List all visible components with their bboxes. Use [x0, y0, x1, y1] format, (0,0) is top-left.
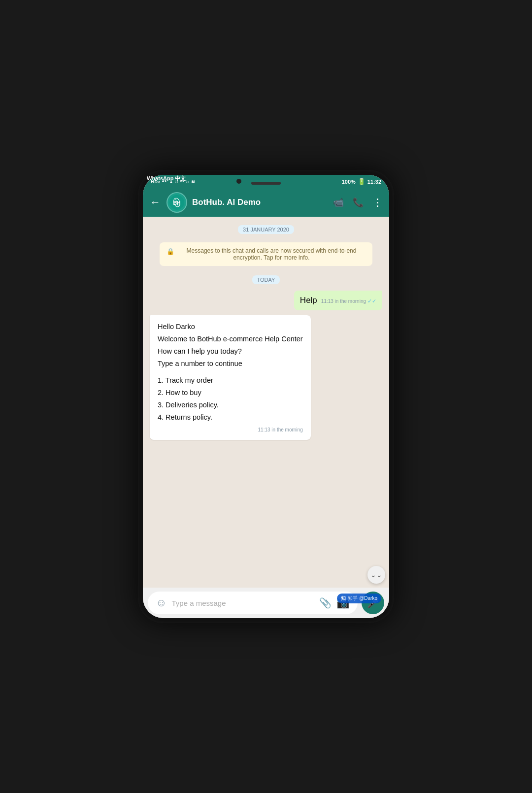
message-input-box[interactable]: ☺ Type a message 📎 📷 [148, 592, 358, 614]
scroll-down-button[interactable]: ⌄⌄ [367, 566, 385, 584]
zhihu-icon: 知 [341, 595, 346, 602]
bot-bubble: Hello Darko Welcome to BotHub e-commerce… [150, 315, 311, 440]
clock: 11:32 [367, 179, 381, 185]
security-text: Messages to this chat and calls are now … [177, 247, 366, 261]
chat-area: 31 JANUARY 2020 🔒 Messages to this chat … [143, 217, 389, 588]
message-row-bot: Hello Darko Welcome to BotHub e-commerce… [150, 315, 382, 440]
help-time: 11:13 in the morning [321, 298, 366, 305]
zhihu-watermark: 知 知乎 @Darko [337, 594, 381, 603]
message-row-help: Help 11:13 in the morning ✓✓ [150, 291, 382, 310]
phone-label: WhatsApp 中文 [147, 175, 186, 182]
emoji-button[interactable]: ☺ [156, 596, 166, 609]
phone-screen: HD₀ ⁴⁶ ▲ ᵢₗ ²⁶ ᵢₗ ≋ 100% 🔋 11:32 ← BH [143, 175, 389, 618]
security-notice[interactable]: 🔒 Messages to this chat and calls are no… [160, 242, 372, 266]
bubble-help: Help 11:13 in the morning ✓✓ [294, 291, 382, 310]
message-placeholder: Type a message [171, 599, 314, 607]
camera-dot [236, 179, 241, 184]
more-options-icon[interactable]: ⋮ [372, 197, 382, 208]
phone-call-icon[interactable]: 📞 [353, 197, 364, 208]
attach-icon[interactable]: 📎 [319, 597, 332, 609]
help-text: Help [300, 295, 317, 306]
back-button[interactable]: ← [150, 196, 161, 209]
menu-item-2: 2. How to buy [158, 387, 303, 398]
help-ticks: ✓✓ [367, 297, 376, 305]
bot-time: 11:13 in the morning [258, 426, 303, 434]
chat-header: ← BH BotHub. AI Demo 📹 📞 ⋮ [143, 188, 389, 217]
battery-icon: 🔋 [358, 178, 366, 185]
menu-item-4: 4. Returns policy. [158, 412, 303, 423]
video-call-icon[interactable]: 📹 [333, 197, 344, 208]
bot-line-4: Type a number to continue [158, 358, 303, 369]
zhihu-label: 知乎 @Darko [348, 595, 377, 602]
date-divider-today: TODAY [150, 275, 382, 284]
lock-icon: 🔒 [166, 248, 174, 255]
menu-item-1: 1. Track my order [158, 375, 303, 386]
phone-frame: HD₀ ⁴⁶ ▲ ᵢₗ ²⁶ ᵢₗ ≋ 100% 🔋 11:32 ← BH [138, 170, 394, 623]
header-actions: 📹 📞 ⋮ [333, 197, 382, 208]
bot-line-3: How can I help you today? [158, 346, 303, 357]
menu-item-3: 3. Deliveries policy. [158, 399, 303, 411]
status-right: 100% 🔋 11:32 [342, 178, 381, 185]
chat-title: BotHub. AI Demo [192, 198, 328, 207]
speaker-slot [251, 182, 281, 185]
avatar: BH [166, 192, 187, 213]
bot-line-2: Welcome to BotHub e-commerce Help Center [158, 333, 303, 345]
bot-menu-list: 1. Track my order 2. How to buy 3. Deliv… [158, 375, 303, 424]
battery-percent: 100% [342, 179, 356, 185]
bot-line-1: Hello Darko [158, 321, 303, 332]
date-divider-old: 31 JANUARY 2020 [150, 225, 382, 233]
